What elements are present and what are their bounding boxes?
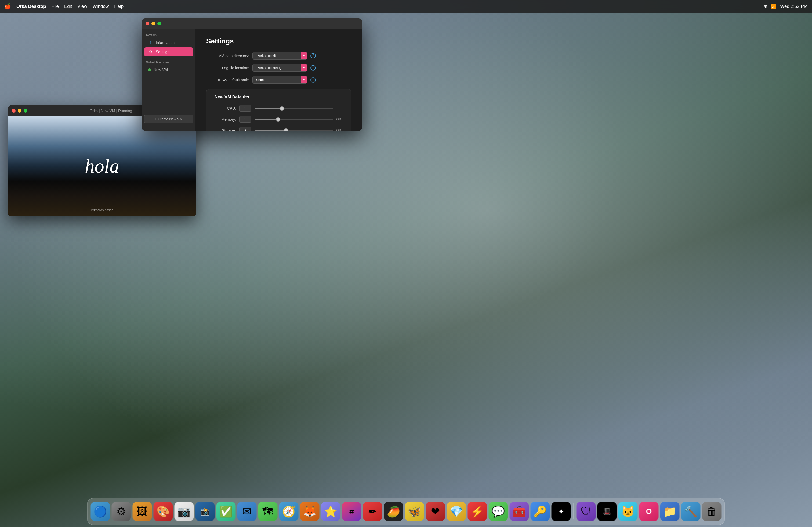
vm-data-directory-value: ~/orka-toolkit bbox=[253, 52, 301, 59]
dock-icon-mango[interactable]: 🥭 bbox=[384, 502, 403, 521]
dock-icon-trash[interactable]: 🗑 bbox=[702, 502, 722, 521]
dock-icon-mail[interactable]: ✉ bbox=[237, 502, 257, 521]
pixelmator-icon: 🎨 bbox=[157, 505, 170, 518]
revved-icon: ⚡ bbox=[471, 505, 484, 518]
apple-menu[interactable]: 🍎 bbox=[4, 3, 11, 10]
menubar-control-center[interactable]: ⊞ bbox=[764, 4, 767, 9]
dock-icon-maps[interactable]: 🗺 bbox=[258, 502, 278, 521]
menu-view[interactable]: View bbox=[77, 4, 87, 9]
ipsw-default-path-label: IPSW default path: bbox=[206, 78, 249, 82]
log-file-location-chevron[interactable]: ▾ bbox=[301, 64, 307, 71]
memory-label: Memory: bbox=[215, 117, 236, 122]
log-file-location-info[interactable]: i bbox=[310, 65, 316, 71]
sketch-icon: 💎 bbox=[450, 505, 463, 518]
sidebar-item-information[interactable]: ℹ Information bbox=[144, 39, 193, 47]
menu-file[interactable]: File bbox=[52, 4, 59, 9]
vm-defaults-section: New VM Defaults CPU: 5 Memory: 5 bbox=[206, 89, 351, 131]
create-vm-button[interactable]: + Create New VM bbox=[144, 115, 193, 123]
dock-icon-bartender[interactable]: 🎩 bbox=[597, 502, 617, 521]
dock-icon-pixelmator[interactable]: 🎨 bbox=[154, 502, 173, 521]
storage-slider[interactable] bbox=[255, 130, 333, 131]
dock-icon-tes[interactable]: 🦋 bbox=[405, 502, 424, 521]
dock-icon-files[interactable]: 📁 bbox=[660, 502, 680, 521]
memory-slider-row: Memory: 5 GB bbox=[215, 116, 343, 123]
mail-icon: ✉ bbox=[243, 505, 251, 517]
dock-icon-xcode[interactable]: 🔨 bbox=[681, 502, 700, 521]
dock-icon-system-settings[interactable]: ⚙ bbox=[112, 502, 131, 521]
dock-icon-preview[interactable]: 🖼 bbox=[133, 502, 152, 521]
cpu-slider[interactable] bbox=[255, 108, 333, 109]
ipsw-default-path-chevron[interactable]: ▾ bbox=[301, 76, 307, 84]
storage-slider-thumb[interactable] bbox=[284, 128, 288, 131]
menu-edit[interactable]: Edit bbox=[64, 4, 72, 9]
ipsw-default-path-row: IPSW default path: Select... ▾ i bbox=[206, 76, 351, 84]
vm-data-directory-info[interactable]: i bbox=[310, 53, 316, 59]
cpu-slider-thumb[interactable] bbox=[280, 106, 284, 110]
cpu-slider-row: CPU: 5 bbox=[215, 105, 343, 111]
ipsw-default-path-select[interactable]: Select... ▾ bbox=[252, 76, 307, 84]
sidebar-item-new-vm[interactable]: New VM bbox=[144, 66, 193, 74]
memory-slider[interactable] bbox=[255, 119, 333, 120]
dock-icon-app-red[interactable]: ❤ bbox=[426, 502, 445, 521]
menu-window[interactable]: Window bbox=[93, 4, 109, 9]
vm-data-directory-select[interactable]: ~/orka-toolkit ▾ bbox=[252, 52, 307, 60]
memory-slider-thumb[interactable] bbox=[276, 117, 280, 122]
dock: 🔵 ⚙ 🖼 🎨 📷 📸 ✅ ✉ 🗺 🧭 🦊 ⭐ # ✒ 🥭 🦋 bbox=[87, 498, 725, 525]
dock-icon-affinity[interactable]: 📸 bbox=[195, 502, 215, 521]
mango-icon: 🥭 bbox=[387, 505, 400, 518]
trash-icon: 🗑 bbox=[707, 506, 717, 517]
dock-icon-finder[interactable]: 🔵 bbox=[91, 502, 110, 521]
minimize-button[interactable] bbox=[151, 22, 155, 26]
log-file-location-select[interactable]: ~/orka-toolkit/logs ▾ bbox=[252, 64, 307, 72]
dock-icon-safari[interactable]: 🧭 bbox=[279, 502, 299, 521]
sidebar-system-label: System bbox=[142, 33, 195, 38]
dock-icon-slack[interactable]: # bbox=[342, 502, 361, 521]
dock-icon-orka[interactable]: O bbox=[639, 502, 659, 521]
dock-icon-revved[interactable]: ⚡ bbox=[468, 502, 487, 521]
ipsw-default-path-info[interactable]: i bbox=[310, 77, 316, 82]
menubar: 🍎 Orka Desktop File Edit View Window Hel… bbox=[0, 0, 812, 13]
craft-icon: ✒ bbox=[368, 505, 377, 517]
dock-icon-1password[interactable]: 🔑 bbox=[531, 502, 550, 521]
dock-icon-sketch[interactable]: 💎 bbox=[447, 502, 466, 521]
app-red-icon: ❤ bbox=[431, 505, 440, 517]
things-icon: ✅ bbox=[219, 505, 233, 518]
storage-value: 50 bbox=[239, 127, 251, 131]
dock-icon-taska[interactable]: ⭐ bbox=[321, 502, 340, 521]
dock-icon-kitty[interactable]: 🐱 bbox=[619, 502, 638, 521]
dock-icon-craft[interactable]: ✒ bbox=[363, 502, 382, 521]
affinity-icon: 📸 bbox=[200, 507, 210, 516]
sidebar-vms-section: Virtual Machines New VM bbox=[142, 61, 195, 74]
maximize-button[interactable] bbox=[157, 22, 161, 26]
log-file-location-label: Log file location: bbox=[206, 66, 249, 70]
cpu-slider-fill bbox=[255, 108, 282, 109]
dock-icon-photos[interactable]: 📷 bbox=[175, 502, 194, 521]
dock-icon-toolbox[interactable]: 🧰 bbox=[510, 502, 529, 521]
menubar-clock[interactable]: Wed 2:52 PM bbox=[780, 4, 808, 9]
dock-icon-firefox[interactable]: 🦊 bbox=[300, 502, 320, 521]
vm-data-directory-label: VM data directory: bbox=[206, 54, 249, 58]
sidebar-settings-label: Settings bbox=[156, 50, 170, 54]
menubar-wifi[interactable]: 📶 bbox=[771, 4, 776, 9]
chatgpt-icon: ✦ bbox=[558, 507, 564, 516]
orka-icon: O bbox=[646, 507, 652, 516]
orka-window: System ℹ Information ⚙ Settings Virtual … bbox=[142, 18, 362, 131]
vm-maximize-button[interactable] bbox=[24, 109, 27, 113]
dock-icon-things[interactable]: ✅ bbox=[216, 502, 236, 521]
preview-icon: 🖼 bbox=[137, 506, 148, 517]
storage-slider-row: Storage: 50 GB bbox=[215, 127, 343, 131]
app-name[interactable]: Orka Desktop bbox=[16, 4, 46, 9]
dock-icon-messages[interactable]: 💬 bbox=[489, 502, 508, 521]
menu-help[interactable]: Help bbox=[114, 4, 124, 9]
vm-data-directory-chevron[interactable]: ▾ bbox=[301, 52, 307, 59]
vm-close-button[interactable] bbox=[12, 109, 16, 113]
slack-icon: # bbox=[349, 507, 354, 516]
sidebar-item-settings[interactable]: ⚙ Settings bbox=[144, 47, 193, 56]
orka-titlebar bbox=[142, 18, 362, 29]
vm-hola-text: hola bbox=[85, 155, 119, 177]
dock-icon-proton[interactable]: 🛡 bbox=[577, 502, 596, 521]
vm-minimize-button[interactable] bbox=[18, 109, 21, 113]
dock-icon-chatgpt[interactable]: ✦ bbox=[552, 502, 571, 521]
storage-slider-fill bbox=[255, 130, 286, 131]
close-button[interactable] bbox=[146, 22, 149, 26]
